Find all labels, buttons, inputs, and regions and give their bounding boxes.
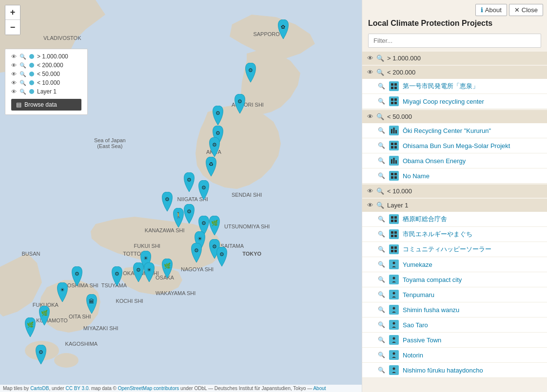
map-pin-25[interactable]: ☀: [54, 282, 71, 302]
item-search-icon-2[interactable]: 🔍: [378, 98, 385, 105]
list-item-miyagi[interactable]: 🔍 Miyagi Coop recycling center: [362, 94, 547, 109]
legend-item-2: 👁 🔍 < 200.000: [11, 62, 81, 69]
search-icon-2[interactable]: 🔍: [20, 62, 26, 69]
map-pin-1[interactable]: ✿: [275, 19, 292, 39]
item-search-l1-9[interactable]: 🔍: [378, 352, 385, 358]
map-pin-23[interactable]: ⚙: [109, 266, 125, 286]
list-item-l1-3[interactable]: 🔍 Yumekaze: [362, 257, 547, 272]
item-search-l1-10[interactable]: 🔍: [378, 367, 385, 373]
item-search-icon-4[interactable]: 🔍: [378, 142, 385, 149]
item-search-l1-8[interactable]: 🔍: [378, 336, 385, 343]
map-pin-20[interactable]: 🌿: [159, 259, 176, 278]
svg-point-66: [393, 262, 395, 264]
item-search-l1-5[interactable]: 🔍: [378, 291, 385, 298]
svg-text:✿: ✿: [281, 24, 285, 30]
list-item-l1-8[interactable]: 🔍 Passive Town: [362, 333, 547, 348]
cat-eye-5[interactable]: 👁: [367, 202, 373, 209]
about-attribution-link[interactable]: About: [313, 386, 326, 391]
list-item-l1-10[interactable]: 🔍 Nishimo fūruku hataydoncho: [362, 363, 547, 378]
map-pin-28[interactable]: 🌿: [22, 317, 39, 337]
map-pin-29[interactable]: ⚙: [33, 345, 49, 364]
svg-text:☀: ☀: [197, 236, 202, 242]
category-header-2[interactable]: 👁 🔍 < 200.000: [362, 66, 547, 79]
item-search-icon-1[interactable]: 🔍: [378, 83, 385, 90]
item-icon-l1-9: [389, 350, 399, 360]
item-search-l1-3[interactable]: 🔍: [378, 261, 385, 268]
map-pin-24[interactable]: ⚙: [69, 266, 85, 286]
list-item-l1-9[interactable]: 🔍 Notorin: [362, 348, 547, 363]
category-header-3[interactable]: 👁 🔍 < 50.000: [362, 110, 547, 123]
cat-eye-2[interactable]: 👁: [367, 69, 373, 76]
search-icon-5[interactable]: 🔍: [20, 89, 26, 95]
list-item-l1-4[interactable]: 🔍 Toyama compact city: [362, 272, 547, 287]
list-item-ohisama[interactable]: 🔍 Ohisama Bun Sun Mega-Solar Projekt: [362, 138, 547, 153]
list-item-oki[interactable]: 🔍 Ōki Recycling Center "Kururun": [362, 123, 547, 138]
cat-label-3: < 50.000: [387, 113, 412, 120]
list-item-l1-1[interactable]: 🔍 市民エネルギーやまぐち: [362, 227, 547, 242]
list-item-l1-2[interactable]: 🔍 コミュニティハッピーソーラー: [362, 242, 547, 257]
map-container[interactable]: VLADIVOSTOK SAPPORO Sea of Japan(East Se…: [0, 0, 362, 392]
map-pin-2[interactable]: ⚙: [242, 63, 259, 82]
map-pin-14[interactable]: 🌿: [206, 216, 223, 235]
cat-eye-1[interactable]: 👁: [367, 55, 373, 62]
zoom-out-button[interactable]: −: [5, 20, 20, 35]
list-item-keisen[interactable]: 🔍 第一号市民発電所「恵泉」: [362, 79, 547, 94]
item-search-l1-6[interactable]: 🔍: [378, 306, 385, 313]
map-pin-4[interactable]: ⚙: [210, 106, 226, 125]
map-pin-26[interactable]: 🏛: [83, 294, 100, 314]
item-search-icon-5[interactable]: 🔍: [378, 157, 385, 164]
map-pin-7[interactable]: ♻: [203, 157, 219, 176]
filter-input[interactable]: [368, 34, 541, 48]
item-search-l1-1[interactable]: 🔍: [378, 231, 385, 238]
search-icon-3[interactable]: 🔍: [20, 71, 26, 77]
map-pin-17[interactable]: ⚙: [214, 247, 230, 266]
list-item-l1-5[interactable]: 🔍 Tenpumaru: [362, 287, 547, 302]
eye-icon-2[interactable]: 👁: [11, 62, 17, 68]
osm-link[interactable]: OpenStreetMap contributors: [118, 386, 179, 391]
list-item-l1-6[interactable]: 🔍 Shimin fusha wanzu: [362, 302, 547, 317]
cartodb-link[interactable]: CartoDB: [30, 386, 49, 391]
cat-search-1[interactable]: 🔍: [376, 55, 384, 62]
close-button[interactable]: ✕ Close: [509, 4, 543, 16]
cat-search-4[interactable]: 🔍: [376, 187, 384, 195]
eye-icon-3[interactable]: 👁: [11, 71, 17, 77]
list-item-l1-0[interactable]: 🔍 栖原町総合庁舎: [362, 212, 547, 227]
map-pin-9[interactable]: ⚙: [195, 180, 212, 200]
list-item-obama[interactable]: 🔍 Obama Onsen Energy: [362, 153, 547, 168]
close-label: Close: [522, 6, 538, 14]
svg-point-2: [54, 353, 78, 368]
map-pin-3[interactable]: ⚙: [232, 94, 248, 113]
browse-data-button[interactable]: ▤ Browse data: [11, 99, 81, 111]
category-header-1[interactable]: 👁 🔍 > 1.000.000: [362, 52, 547, 65]
map-pin-22[interactable]: ⚙: [130, 262, 147, 282]
eye-icon-4[interactable]: 👁: [11, 80, 17, 86]
map-pin-27[interactable]: 🌿: [36, 306, 53, 325]
eye-icon-5[interactable]: 👁: [11, 89, 17, 94]
map-pin-12[interactable]: 🚶: [170, 208, 187, 227]
cat-search-3[interactable]: 🔍: [376, 113, 384, 120]
item-search-l1-0[interactable]: 🔍: [378, 216, 385, 223]
category-header-5[interactable]: 👁 🔍 Layer 1: [362, 199, 547, 212]
about-button[interactable]: ℹ About: [475, 4, 507, 16]
filter-wrap: [362, 30, 547, 52]
item-search-l1-4[interactable]: 🔍: [378, 276, 385, 283]
list-item-l1-7[interactable]: 🔍 Sao Taro: [362, 317, 547, 333]
item-name-2: Miyagi Coop recycling center: [403, 98, 484, 105]
item-search-l1-7[interactable]: 🔍: [378, 321, 385, 328]
map-pin-6[interactable]: ⚙: [206, 137, 223, 157]
cat-eye-4[interactable]: 👁: [367, 187, 373, 195]
item-search-l1-2[interactable]: 🔍: [378, 246, 385, 253]
eye-icon-1[interactable]: 👁: [11, 54, 17, 59]
cat-search-2[interactable]: 🔍: [376, 69, 384, 76]
category-header-4[interactable]: 👁 🔍 < 10.000: [362, 185, 547, 198]
search-icon-1[interactable]: 🔍: [20, 54, 26, 60]
cat-eye-3[interactable]: 👁: [367, 113, 373, 120]
search-icon-4[interactable]: 🔍: [20, 80, 26, 86]
zoom-in-button[interactable]: +: [5, 5, 20, 20]
list-item-noname[interactable]: 🔍 No Name: [362, 168, 547, 184]
cc-link[interactable]: CC BY 3.0: [65, 386, 88, 391]
item-search-icon-6[interactable]: 🔍: [378, 172, 385, 179]
map-pin-19[interactable]: ⚙: [188, 243, 205, 262]
item-search-icon-3[interactable]: 🔍: [378, 127, 385, 134]
cat-search-5[interactable]: 🔍: [376, 202, 384, 209]
